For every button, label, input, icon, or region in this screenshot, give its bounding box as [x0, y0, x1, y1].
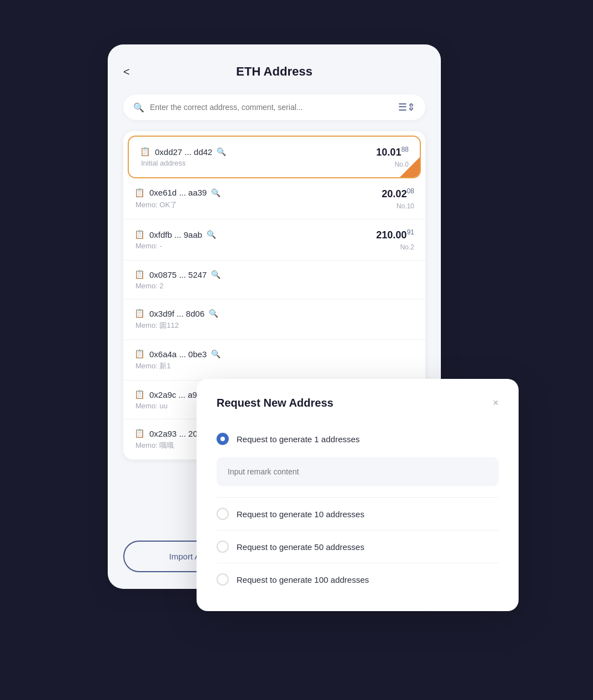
address-item[interactable]: 📋 0x0875 ... 5247 🔍 Memo: 2 [123, 261, 425, 299]
address-item[interactable]: 📋 0xdd27 ... dd42 🔍 Initial address 10.0… [128, 136, 421, 178]
address-memo: Memo: - [134, 242, 216, 250]
search-address-icon[interactable]: 🔍 [217, 147, 226, 156]
address-text: 0x0875 ... 5247 [149, 270, 207, 279]
address-item[interactable]: 📋 0xfdfb ... 9aab 🔍 Memo: - 210.0091 No.… [123, 219, 425, 261]
request-new-address-modal: Request New Address × Request to generat… [197, 379, 519, 611]
search-address-icon[interactable]: 🔍 [211, 349, 220, 358]
copy-icon[interactable]: 📋 [134, 269, 145, 279]
copy-icon[interactable]: 📋 [134, 428, 145, 438]
amount: 10.0188 [376, 146, 409, 158]
radio-button-1[interactable] [217, 433, 229, 445]
address-text: 0xdd27 ... dd42 [155, 147, 212, 157]
address-right: 20.0208 No.10 [382, 187, 414, 210]
radio-option-3[interactable]: Request to generate 50 addresses [217, 533, 499, 561]
address-top: 📋 0xfdfb ... 9aab 🔍 [134, 229, 216, 239]
modal-title: Request New Address [217, 397, 333, 409]
divider [217, 530, 499, 531]
modal-close-button[interactable]: × [493, 397, 499, 409]
address-memo: Memo: OK了 [134, 200, 220, 210]
divider [217, 497, 499, 498]
address-text: 0xfdfb ... 9aab [149, 230, 202, 239]
address-item[interactable]: 📋 0x6a4a ... 0be3 🔍 Memo: 新1 [123, 340, 425, 381]
search-address-icon[interactable]: 🔍 [207, 230, 216, 239]
radio-button-4[interactable] [217, 573, 229, 586]
copy-icon[interactable]: 📋 [134, 229, 145, 239]
radio-option-1[interactable]: Request to generate 1 addresses [217, 425, 499, 453]
address-left: 📋 0xfdfb ... 9aab 🔍 Memo: - [134, 229, 216, 250]
address-item[interactable]: 📋 0x3d9f ... 8d06 🔍 Memo: 圆112 [123, 299, 425, 340]
remark-input[interactable] [217, 457, 499, 486]
radio-option-2[interactable]: Request to generate 10 addresses [217, 500, 499, 528]
search-address-icon[interactable]: 🔍 [211, 188, 220, 197]
amount: 20.0208 [382, 187, 414, 200]
address-text: 0x6a4a ... 0be3 [149, 349, 207, 359]
radio-button-2[interactable] [217, 508, 229, 520]
search-address-icon[interactable]: 🔍 [209, 309, 218, 318]
radio-label-3: Request to generate 50 addresses [237, 542, 364, 552]
address-top: 📋 0xe61d ... aa39 🔍 [134, 188, 220, 198]
radio-label-2: Request to generate 10 addresses [237, 509, 364, 519]
amount: 210.0091 [376, 228, 414, 241]
address-left: 📋 0xe61d ... aa39 🔍 Memo: OK了 [134, 188, 220, 210]
radio-label-4: Request to generate 100 addresses [237, 575, 369, 584]
radio-label-1: Request to generate 1 addresses [237, 434, 360, 444]
copy-icon[interactable]: 📋 [134, 349, 145, 359]
address-memo: Memo: 圆112 [134, 321, 218, 331]
copy-icon[interactable]: 📋 [140, 147, 150, 157]
filter-icon[interactable]: ☰⇕ [398, 101, 415, 113]
address-left: 📋 0x0875 ... 5247 🔍 Memo: 2 [134, 269, 220, 290]
active-corner [400, 157, 420, 177]
address-left: 📋 0x6a4a ... 0be3 🔍 Memo: 新1 [134, 349, 220, 371]
search-input[interactable] [150, 103, 393, 112]
radio-button-3[interactable] [217, 541, 229, 553]
address-top: 📋 0x0875 ... 5247 🔍 [134, 269, 220, 279]
badge: No.10 [396, 202, 414, 210]
copy-icon[interactable]: 📋 [134, 308, 145, 318]
divider [217, 563, 499, 563]
address-right: 210.0091 No.2 [376, 228, 414, 251]
main-container: < ETH Address 🔍 ☰⇕ 📋 0xdd27 ... dd42 🔍 I… [108, 44, 485, 656]
page-title: ETH Address [236, 64, 312, 79]
search-bar: 🔍 ☰⇕ [123, 94, 425, 120]
copy-icon[interactable]: 📋 [134, 389, 145, 399]
copy-icon[interactable]: 📋 [134, 188, 145, 198]
search-icon: 🔍 [133, 102, 144, 113]
address-memo: Initial address [140, 159, 226, 167]
radio-option-4[interactable]: Request to generate 100 addresses [217, 566, 499, 593]
address-item[interactable]: 📋 0xe61d ... aa39 🔍 Memo: OK了 20.0208 No… [123, 178, 425, 219]
address-top: 📋 0xdd27 ... dd42 🔍 [140, 147, 226, 157]
address-memo: Memo: 新1 [134, 361, 220, 371]
address-top: 📋 0x6a4a ... 0be3 🔍 [134, 349, 220, 359]
address-text: 0x3d9f ... 8d06 [149, 309, 204, 318]
address-left: 📋 0xdd27 ... dd42 🔍 Initial address [140, 147, 226, 167]
address-memo: Memo: 2 [134, 282, 220, 290]
address-top: 📋 0x3d9f ... 8d06 🔍 [134, 308, 218, 318]
modal-header: Request New Address × [217, 397, 499, 409]
address-left: 📋 0x3d9f ... 8d06 🔍 Memo: 圆112 [134, 308, 218, 331]
badge: No.2 [400, 243, 414, 251]
header: < ETH Address [123, 64, 425, 79]
search-address-icon[interactable]: 🔍 [211, 270, 220, 279]
address-text: 0xe61d ... aa39 [149, 188, 207, 197]
back-button[interactable]: < [123, 66, 130, 78]
